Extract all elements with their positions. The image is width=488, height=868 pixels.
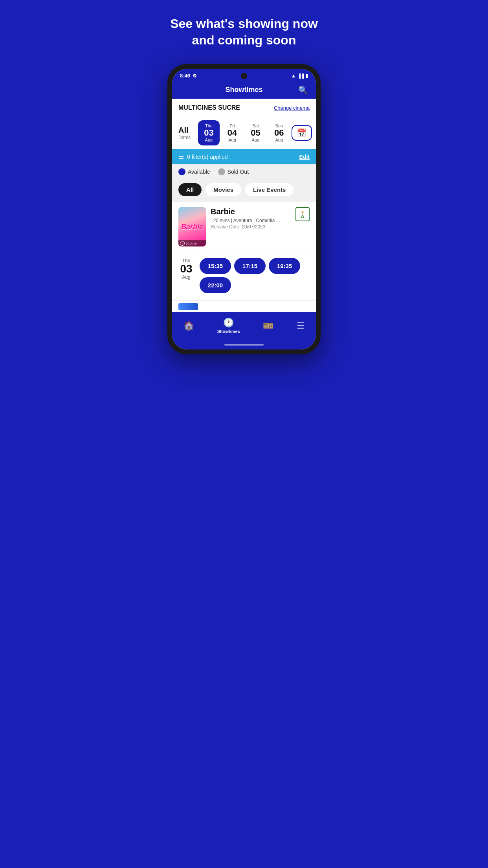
category-tabs: All Movies Live Events bbox=[172, 179, 316, 202]
movie-title: Barbie bbox=[211, 207, 291, 216]
date-sat-month: Aug bbox=[252, 138, 260, 142]
rating-letter: A bbox=[301, 214, 304, 219]
date-selector: All Dates Thu 03 Aug Fri 04 Aug Sat 05 A… bbox=[172, 117, 316, 149]
poster-date: 20 Julio bbox=[186, 242, 197, 245]
filter-bar: ⚌ 0 filter(s) applied Edit bbox=[172, 149, 316, 164]
date-all[interactable]: All Dates bbox=[176, 123, 196, 143]
filter-edit-button[interactable]: Edit bbox=[299, 154, 310, 160]
wifi-icon: ▲ bbox=[291, 73, 296, 79]
movie-meta: 120 mins | Aventura | Comedia ... bbox=[211, 218, 291, 223]
showtime-day: Thu 03 Aug 15:35 17:15 19:35 22:00 bbox=[178, 258, 310, 293]
soldout-label: Sold Out bbox=[227, 169, 249, 175]
status-time: 8:46 bbox=[180, 73, 190, 79]
phone-screen: 8:46 ⚙ ▲ ▐▐ ▮ Showtimes 🔍 MULTICINES SUC… bbox=[172, 69, 316, 349]
date-fri-month: Aug bbox=[228, 138, 236, 142]
release-prefix: Release Date: bbox=[211, 224, 240, 230]
menu-icon: ☰ bbox=[297, 321, 305, 331]
tab-movies[interactable]: Movies bbox=[205, 183, 241, 196]
cinema-header: MULTICINES SUCRE Change cinema bbox=[172, 99, 316, 117]
gear-icon: ⚙ bbox=[193, 73, 197, 79]
legend-bar: Available Sold Out bbox=[172, 164, 316, 179]
legend-soldout: Sold Out bbox=[218, 168, 249, 175]
home-indicator bbox=[172, 342, 316, 349]
showtimes-section: Thu 03 Aug 15:35 17:15 19:35 22:00 bbox=[172, 252, 316, 300]
showtime-1535[interactable]: 15:35 bbox=[200, 258, 231, 274]
movie-details: Barbie 120 mins | Aventura | Comedia ...… bbox=[211, 207, 291, 230]
ticket-icon: 🎫 bbox=[263, 321, 273, 331]
movie-info: Barbie i 20 Julio Barbie 120 mins | Aven… bbox=[178, 207, 310, 246]
bottom-nav: 🏠 🕐 Showtimes 🎫 ☰ bbox=[172, 312, 316, 342]
sliders-icon: ⚌ bbox=[178, 153, 184, 160]
phone-frame: 8:46 ⚙ ▲ ▐▐ ▮ Showtimes 🔍 MULTICINES SUC… bbox=[167, 64, 321, 354]
legend-available: Available bbox=[178, 168, 210, 175]
day-month: Aug bbox=[182, 274, 190, 280]
home-icon: 🏠 bbox=[183, 321, 194, 331]
battery-icon: ▮ bbox=[305, 73, 308, 79]
calendar-icon: 📅 bbox=[297, 128, 306, 138]
search-icon[interactable]: 🔍 bbox=[298, 85, 308, 95]
nav-showtimes[interactable]: 🕐 Showtimes bbox=[211, 316, 246, 335]
date-thu-num: 03 bbox=[204, 128, 213, 138]
showtime-2200[interactable]: 22:00 bbox=[200, 277, 231, 293]
cinema-name: MULTICINES SUCRE bbox=[178, 104, 240, 111]
all-dates-sub: Dates bbox=[178, 135, 191, 140]
camera-notch bbox=[241, 73, 247, 79]
tab-all[interactable]: All bbox=[178, 183, 202, 196]
times-grid: 15:35 17:15 19:35 22:00 bbox=[200, 258, 310, 293]
poster-overlay: i 20 Julio bbox=[178, 240, 206, 246]
date-sun[interactable]: Sun 06 Aug bbox=[268, 120, 290, 145]
release-date: 20/07/2023 bbox=[242, 224, 265, 230]
day-label: Thu 03 Aug bbox=[178, 258, 194, 280]
rating-badge: 🍺 A bbox=[295, 207, 310, 221]
change-cinema-button[interactable]: Change cinema bbox=[274, 105, 310, 111]
next-movie-peek bbox=[172, 300, 316, 312]
nav-home[interactable]: 🏠 bbox=[177, 319, 200, 333]
all-dates-label: All bbox=[178, 126, 189, 135]
signal-icon: ▐▐ bbox=[297, 74, 304, 78]
date-sun-num: 06 bbox=[274, 128, 284, 138]
clock-icon: 🕐 bbox=[223, 318, 234, 328]
page-header: See what's showing now and coming soon bbox=[170, 16, 318, 48]
filter-info: ⚌ 0 filter(s) applied bbox=[178, 153, 228, 160]
showtime-1715[interactable]: 17:15 bbox=[234, 258, 266, 274]
poster-info-icon: i bbox=[180, 241, 185, 246]
movie-release: Release Date: 20/07/2023 bbox=[211, 224, 291, 230]
available-label: Available bbox=[188, 169, 210, 175]
app-bar: Showtimes 🔍 bbox=[172, 81, 316, 99]
peek-poster bbox=[178, 303, 198, 310]
calendar-button[interactable]: 📅 bbox=[292, 125, 312, 141]
date-fri-num: 04 bbox=[227, 128, 237, 138]
nav-menu[interactable]: ☰ bbox=[290, 319, 311, 333]
filter-count: 0 filter(s) applied bbox=[187, 154, 228, 160]
tab-live-events[interactable]: Live Events bbox=[245, 183, 294, 196]
status-bar: 8:46 ⚙ ▲ ▐▐ ▮ bbox=[172, 69, 316, 81]
movie-card-barbie: Barbie i 20 Julio Barbie 120 mins | Aven… bbox=[172, 202, 316, 252]
soldout-dot bbox=[218, 168, 225, 175]
nav-showtimes-label: Showtimes bbox=[217, 329, 240, 334]
day-num: 03 bbox=[180, 263, 192, 274]
showtime-1935[interactable]: 19:35 bbox=[269, 258, 300, 274]
available-dot bbox=[178, 168, 185, 175]
date-thu[interactable]: Thu 03 Aug bbox=[198, 120, 220, 145]
date-fri[interactable]: Fri 04 Aug bbox=[221, 120, 243, 145]
nav-tickets[interactable]: 🎫 bbox=[257, 319, 280, 333]
app-title: Showtimes bbox=[225, 86, 262, 94]
date-thu-month: Aug bbox=[205, 138, 213, 142]
date-sat[interactable]: Sat 05 Aug bbox=[245, 120, 267, 145]
date-sun-month: Aug bbox=[275, 138, 283, 142]
date-sat-num: 05 bbox=[251, 128, 260, 138]
movie-poster: Barbie i 20 Julio bbox=[178, 207, 206, 246]
poster-title-text: Barbie bbox=[181, 223, 203, 231]
home-bar bbox=[224, 344, 264, 346]
